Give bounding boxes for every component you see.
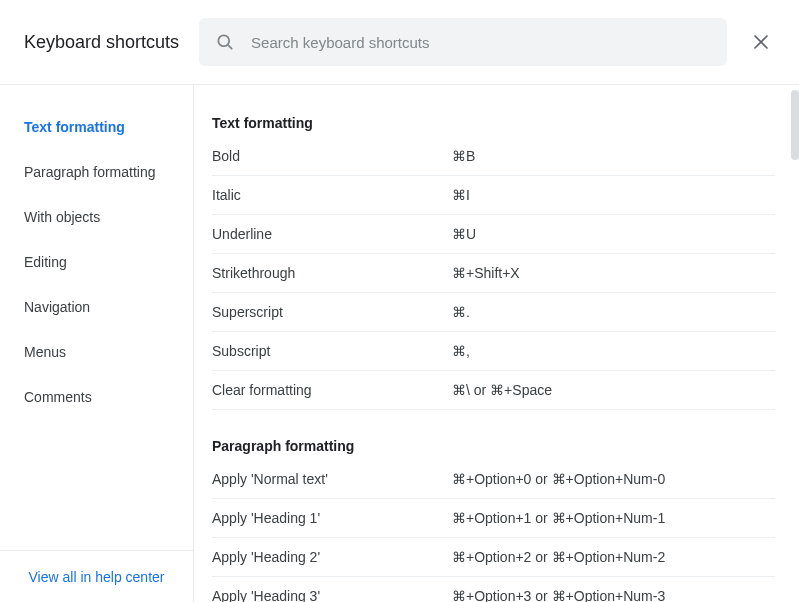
shortcut-row: Subscript ⌘, <box>212 332 775 371</box>
shortcut-keys: ⌘. <box>452 304 775 320</box>
section-title: Paragraph formatting <box>212 438 775 454</box>
shortcut-row: Underline ⌘U <box>212 215 775 254</box>
shortcut-row: Apply 'Heading 3' ⌘+Option+3 or ⌘+Option… <box>212 577 775 602</box>
shortcut-keys: ⌘\ or ⌘+Space <box>452 382 775 398</box>
shortcut-label: Underline <box>212 226 452 242</box>
shortcut-row: Apply 'Heading 1' ⌘+Option+1 or ⌘+Option… <box>212 499 775 538</box>
shortcut-row: Superscript ⌘. <box>212 293 775 332</box>
shortcut-keys: ⌘B <box>452 148 775 164</box>
shortcut-keys: ⌘+Option+0 or ⌘+Option+Num-0 <box>452 471 775 487</box>
shortcut-label: Apply 'Normal text' <box>212 471 452 487</box>
shortcut-label: Superscript <box>212 304 452 320</box>
sidebar-item-with-objects[interactable]: With objects <box>24 195 193 240</box>
page-title: Keyboard shortcuts <box>24 32 179 53</box>
shortcut-row: Apply 'Normal text' ⌘+Option+0 or ⌘+Opti… <box>212 460 775 499</box>
shortcut-row: Clear formatting ⌘\ or ⌘+Space <box>212 371 775 410</box>
shortcut-keys: ⌘+Option+1 or ⌘+Option+Num-1 <box>452 510 775 526</box>
sidebar-item-menus[interactable]: Menus <box>24 330 193 375</box>
sidebar-item-navigation[interactable]: Navigation <box>24 285 193 330</box>
sidebar-item-editing[interactable]: Editing <box>24 240 193 285</box>
search-input[interactable] <box>251 34 711 51</box>
sidebar: Text formatting Paragraph formatting Wit… <box>0 85 194 602</box>
shortcut-keys: ⌘U <box>452 226 775 242</box>
content-pane[interactable]: Text formatting Bold ⌘B Italic ⌘I Underl… <box>194 85 799 602</box>
sidebar-footer: View all in help center <box>0 550 193 602</box>
shortcut-row: Apply 'Heading 2' ⌘+Option+2 or ⌘+Option… <box>212 538 775 577</box>
shortcut-keys: ⌘I <box>452 187 775 203</box>
search-icon <box>215 32 235 52</box>
shortcut-label: Apply 'Heading 3' <box>212 588 452 602</box>
shortcut-row: Strikethrough ⌘+Shift+X <box>212 254 775 293</box>
shortcut-label: Bold <box>212 148 452 164</box>
sidebar-item-paragraph-formatting[interactable]: Paragraph formatting <box>24 150 193 195</box>
sidebar-item-comments[interactable]: Comments <box>24 375 193 420</box>
shortcut-keys: ⌘+Shift+X <box>452 265 775 281</box>
shortcut-keys: ⌘, <box>452 343 775 359</box>
shortcut-label: Italic <box>212 187 452 203</box>
svg-line-1 <box>228 45 232 49</box>
shortcut-row: Italic ⌘I <box>212 176 775 215</box>
shortcut-keys: ⌘+Option+3 or ⌘+Option+Num-3 <box>452 588 775 602</box>
shortcut-keys: ⌘+Option+2 or ⌘+Option+Num-2 <box>452 549 775 565</box>
sidebar-list: Text formatting Paragraph formatting Wit… <box>0 85 193 420</box>
shortcut-row: Bold ⌘B <box>212 137 775 176</box>
search-field[interactable] <box>199 18 727 66</box>
section-title: Text formatting <box>212 115 775 131</box>
help-center-link[interactable]: View all in help center <box>29 569 165 585</box>
section-paragraph-formatting: Paragraph formatting Apply 'Normal text'… <box>212 438 775 602</box>
scrollbar-thumb[interactable] <box>791 90 799 160</box>
header: Keyboard shortcuts <box>0 0 799 84</box>
shortcut-label: Strikethrough <box>212 265 452 281</box>
close-button[interactable] <box>747 28 775 56</box>
shortcut-label: Subscript <box>212 343 452 359</box>
shortcut-label: Apply 'Heading 2' <box>212 549 452 565</box>
shortcut-label: Apply 'Heading 1' <box>212 510 452 526</box>
sidebar-item-text-formatting[interactable]: Text formatting <box>24 105 193 150</box>
section-text-formatting: Text formatting Bold ⌘B Italic ⌘I Underl… <box>212 115 775 410</box>
shortcut-label: Clear formatting <box>212 382 452 398</box>
